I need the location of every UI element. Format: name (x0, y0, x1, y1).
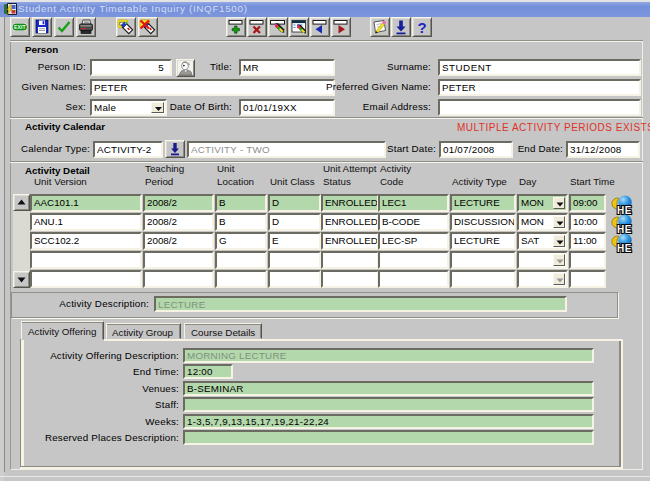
svg-text:?: ? (417, 19, 426, 36)
svg-text:EXIT: EXIT (14, 24, 26, 30)
svg-text:HE: HE (617, 243, 632, 254)
